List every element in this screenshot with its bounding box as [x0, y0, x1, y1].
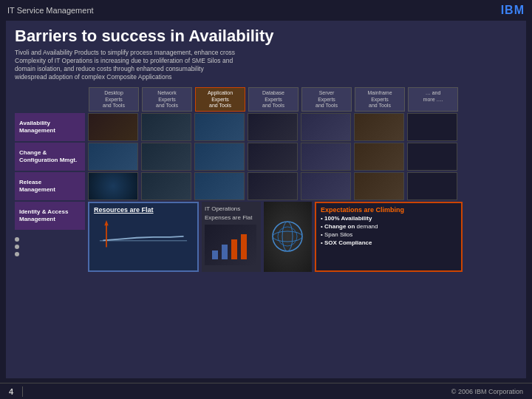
cell-3-3: [194, 172, 245, 200]
svg-point-7: [273, 222, 302, 251]
col-server: ServerExpertsand Tools: [301, 87, 352, 112]
cell-3-4: [248, 172, 298, 200]
copyright: © 2006 IBM Corporation: [451, 388, 523, 395]
expectations-box: Expectations are Climbing • 100% Availab…: [315, 202, 463, 272]
col-mainframe: MainframeExpertsand Tools: [355, 87, 405, 112]
cell-3-5: [301, 172, 351, 200]
cell-3-1: [88, 172, 138, 200]
cell-1-7: [407, 113, 457, 141]
subtitle-line2: Complexity of IT Operations is increasin…: [15, 57, 517, 65]
sidebar: Availability Management Change &Configur…: [15, 113, 85, 272]
svg-point-10: [273, 231, 302, 242]
cell-1-2: [141, 113, 191, 141]
it-ops-image: [205, 225, 256, 265]
page-title: Barriers to success in Availability: [15, 27, 517, 46]
content-area: Availability Management Change &Configur…: [15, 113, 517, 272]
cell-3-6: [354, 172, 404, 200]
grid-row-1: [88, 113, 517, 141]
bullet-4: • SOX Compliance: [321, 239, 457, 246]
dot-1: [15, 237, 19, 242]
subtitle-line3: domain isolation, and reduce costs throu…: [15, 65, 517, 73]
expectations-title: Expectations are Climbing: [321, 206, 457, 214]
subtitle-line1: Tivoli and Availability Products to simp…: [15, 49, 517, 57]
resources-title: Resources are Flat: [94, 206, 193, 214]
bullet-1: • 100% Availability: [321, 215, 457, 222]
sidebar-item-availability[interactable]: Availability Management: [15, 113, 85, 141]
cell-2-1: [88, 143, 138, 171]
sidebar-item-change[interactable]: Change &Configuration Mmgt.: [15, 143, 85, 171]
middle-image: [264, 202, 312, 272]
cell-3-7: [407, 172, 457, 200]
col-more: … andmore ….: [408, 87, 458, 112]
col-database: DatabaseExpertsand Tools: [248, 87, 299, 112]
resources-chart: [94, 214, 193, 250]
svg-point-9: [282, 222, 293, 251]
cell-1-4: [248, 113, 298, 141]
header-title: IT Service Management: [7, 6, 94, 15]
it-ops-box: IT Operations Expenses are Flat: [202, 202, 261, 272]
dot-2: [15, 245, 19, 249]
cell-2-5: [301, 143, 351, 171]
cell-2-7: [407, 143, 457, 171]
cell-1-6: [354, 113, 404, 141]
sidebar-item-release[interactable]: ReleaseManagement: [15, 172, 85, 200]
svg-marker-2: [104, 220, 108, 225]
header-bar: IT Service Management IBM: [0, 0, 532, 21]
col-desktop: DesktopExpertsand Tools: [89, 87, 139, 112]
middle-image-inner: [264, 202, 312, 272]
cell-2-3: [194, 143, 245, 171]
page-number: 4: [9, 387, 13, 396]
grid-row-2: [88, 143, 517, 171]
svg-rect-5: [231, 239, 237, 259]
dots-indicator: [15, 237, 85, 256]
dot-3: [15, 252, 19, 256]
sidebar-item-identity[interactable]: Identity & Access Management: [15, 202, 85, 230]
cell-1-3: [194, 113, 245, 141]
grid-row-3: [88, 172, 517, 200]
cell-1-1: [88, 113, 138, 141]
resources-box: Resources are Flat: [88, 202, 199, 272]
bullet-2: • Change on demand: [321, 223, 457, 230]
bullet-3: • Span Silos: [321, 231, 457, 238]
svg-point-8: [278, 227, 297, 246]
cell-3-2: [141, 172, 191, 200]
footer-divider: [22, 386, 23, 397]
col-network: NetworkExpertsand Tools: [142, 87, 192, 112]
svg-rect-3: [212, 250, 218, 259]
footer: 4 © 2006 IBM Corporation: [0, 383, 532, 399]
col-application: ApplicationExpertsand Tools: [195, 87, 245, 112]
svg-rect-4: [222, 245, 228, 259]
subtitle-line4: widespread adoption of complex Composite…: [15, 73, 517, 81]
cell-2-2: [141, 143, 191, 171]
svg-rect-0: [100, 241, 187, 242]
ibm-logo: IBM: [501, 4, 525, 17]
cell-1-5: [301, 113, 351, 141]
it-ops-text: IT Operations Expenses are Flat: [205, 205, 258, 221]
bottom-row: Resources are Flat IT Operations Expense…: [88, 202, 517, 272]
subtitle-area: Tivoli and Availability Products to simp…: [15, 49, 517, 81]
main-content: Barriers to success in Availability Tivo…: [6, 21, 526, 378]
grid-area: Resources are Flat IT Operations Expense…: [88, 113, 517, 272]
cell-2-6: [354, 143, 404, 171]
cell-2-4: [248, 143, 298, 171]
column-headers: DesktopExpertsand Tools NetworkExpertsan…: [89, 87, 517, 112]
svg-rect-6: [241, 234, 247, 259]
